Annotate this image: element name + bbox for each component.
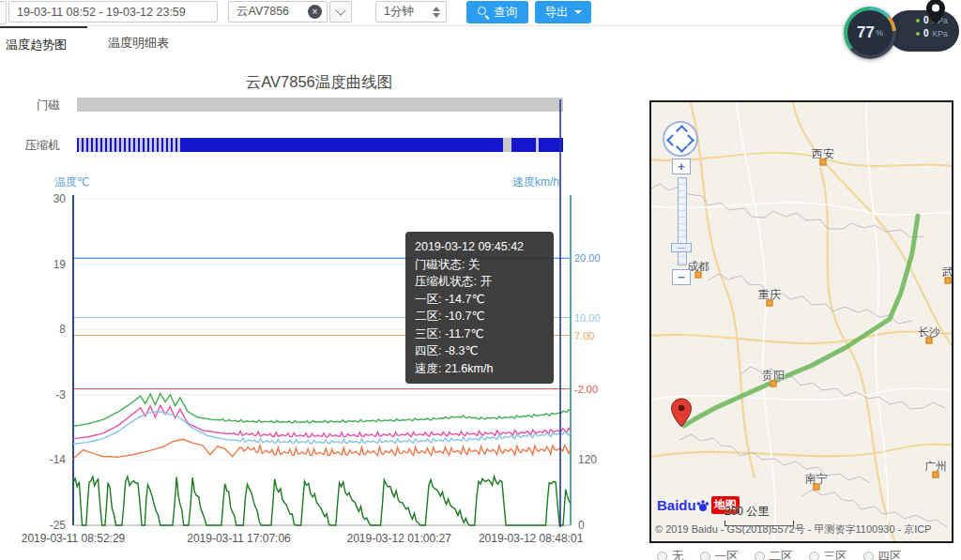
city-dot-icon bbox=[926, 338, 933, 344]
right-axis-title: 速度km/h bbox=[512, 174, 559, 190]
cold-chain-monitor-page: 19-03-11 08:52 - 19-03-12 23:59 云AV7856 … bbox=[0, 0, 961, 560]
baidu-map[interactable]: 西安成都重庆贵阳长沙南宁广州武 + — − Baidu 地图 200 公里 © … bbox=[649, 100, 953, 543]
city-dot-icon bbox=[820, 159, 827, 166]
tab-temperature-table[interactable]: 温度明细表 bbox=[87, 26, 190, 56]
tab-temperature-trend[interactable]: 温度趋势图 bbox=[0, 26, 87, 56]
chart-tooltip: 2019-03-12 09:45:42 门磁状态: 关压缩机状态: 开一区: -… bbox=[405, 232, 554, 384]
map-city-label: 武 bbox=[942, 265, 953, 280]
svg-text:120: 120 bbox=[578, 453, 597, 466]
series-一区 bbox=[73, 394, 571, 427]
vehicle-select[interactable]: 云AV7856 × bbox=[228, 1, 328, 23]
caret-down-icon bbox=[574, 10, 582, 14]
door-bar-label: 门磁 bbox=[0, 98, 60, 114]
left-axis-title: 温度℃ bbox=[54, 174, 89, 190]
date-range-input[interactable]: 19-03-11 08:52 - 19-03-12 23:59 bbox=[8, 1, 218, 23]
baidu-paw-icon bbox=[696, 499, 709, 512]
map-city-label: 广州 bbox=[924, 459, 947, 475]
zone-filter-legend: 无一区二区三区四区 bbox=[657, 549, 902, 560]
tooltip-row: 压缩机状态: 开 bbox=[415, 273, 544, 291]
tooltip-row: 门磁状态: 关 bbox=[415, 256, 544, 274]
svg-text:10.00: 10.00 bbox=[574, 312, 601, 324]
svg-text:-3: -3 bbox=[55, 388, 66, 401]
chart-cursor-line bbox=[559, 99, 561, 527]
radio-icon[interactable] bbox=[863, 552, 874, 560]
zone-filter-option[interactable]: 四区 bbox=[863, 549, 902, 560]
zone-filter-option[interactable]: 二区 bbox=[755, 549, 793, 560]
svg-text:7.00: 7.00 bbox=[574, 330, 594, 341]
map-attribution: © 2019 Baidu - GS(2018)5572号 - 甲测资字11009… bbox=[655, 522, 932, 537]
city-dot-icon bbox=[814, 484, 820, 491]
svg-text:-14: -14 bbox=[50, 453, 67, 466]
bar-segment-on bbox=[511, 138, 536, 152]
tooltip-row: 二区: -10.7℃ bbox=[415, 308, 544, 325]
query-button[interactable]: 查询 bbox=[466, 1, 528, 23]
svg-text:2019-03-12 08:48:01: 2019-03-12 08:48:01 bbox=[479, 532, 584, 545]
export-button[interactable]: 导出 bbox=[535, 1, 591, 23]
tooltip-row: 三区: -11.7℃ bbox=[415, 325, 544, 343]
series-三区 bbox=[73, 412, 571, 445]
svg-text:0: 0 bbox=[578, 519, 585, 532]
chart-title: 云AV7856温度曲线图 bbox=[113, 72, 526, 93]
city-dot-icon bbox=[933, 472, 939, 478]
bar-segment-off bbox=[77, 98, 563, 112]
svg-text:-2.00: -2.00 bbox=[574, 384, 598, 395]
radio-icon[interactable] bbox=[657, 552, 667, 560]
tooltip-row: 四区: -8.3℃ bbox=[415, 342, 544, 360]
vehicle-marker-pin[interactable] bbox=[670, 398, 693, 431]
map-zoom-in-button[interactable]: + bbox=[672, 159, 691, 174]
toolbar-clipped-control[interactable] bbox=[0, 1, 7, 24]
zone-filter-option[interactable]: 三区 bbox=[809, 549, 847, 560]
map-canvas bbox=[651, 102, 952, 541]
svg-text:20.00: 20.00 bbox=[574, 252, 601, 264]
svg-text:30: 30 bbox=[53, 192, 67, 205]
svg-text:8: 8 bbox=[59, 323, 66, 336]
toolbar: 19-03-11 08:52 - 19-03-12 23:59 云AV7856 … bbox=[0, 0, 961, 26]
bar-segment-on bbox=[181, 138, 503, 152]
bar-segment-off bbox=[503, 138, 511, 152]
status-dot-icon bbox=[916, 32, 920, 36]
map-pan-control[interactable] bbox=[663, 121, 698, 157]
vehicle-route bbox=[684, 216, 918, 426]
city-dot-icon bbox=[945, 278, 952, 284]
city-dot-icon bbox=[767, 300, 773, 307]
city-dot-icon bbox=[695, 272, 702, 279]
interval-value: 1分钟 bbox=[384, 4, 414, 20]
map-city-label: 南宁 bbox=[805, 471, 828, 487]
location-pin-icon[interactable] bbox=[923, 0, 948, 30]
map-city-label: 重庆 bbox=[758, 287, 781, 303]
gauge-value: 77 bbox=[857, 23, 875, 42]
map-city-label: 贵阳 bbox=[762, 368, 785, 384]
compressor-status-bar bbox=[77, 138, 563, 152]
radio-icon[interactable] bbox=[700, 552, 710, 560]
svg-text:19: 19 bbox=[53, 258, 67, 271]
series-速度 bbox=[73, 477, 571, 525]
city-dot-icon bbox=[770, 381, 777, 387]
clear-vehicle-icon[interactable]: × bbox=[308, 5, 322, 19]
tooltip-row: 速度: 21.6km/h bbox=[415, 360, 544, 378]
vehicle-value: 云AV7856 bbox=[236, 4, 289, 20]
map-city-label: 长沙 bbox=[918, 325, 940, 341]
zone-filter-option[interactable]: 一区 bbox=[700, 549, 739, 560]
radio-icon[interactable] bbox=[755, 552, 765, 560]
vehicle-dropdown-button[interactable] bbox=[329, 1, 352, 23]
svg-text:-25: -25 bbox=[50, 519, 67, 532]
percent-gauge: 77 % bbox=[844, 7, 896, 59]
compressor-bar-label: 压缩机 bbox=[0, 138, 60, 154]
map-zoom-handle[interactable]: — bbox=[671, 243, 692, 252]
door-status-bar bbox=[77, 98, 563, 112]
series-四区 bbox=[73, 439, 571, 459]
svg-text:2019-03-11 17:07:06: 2019-03-11 17:07:06 bbox=[187, 532, 291, 545]
series-二区 bbox=[73, 405, 571, 438]
interval-stepper[interactable]: 1分钟 bbox=[375, 1, 447, 23]
zone-filter-option[interactable]: 无 bbox=[657, 549, 684, 560]
date-range-value: 19-03-11 08:52 - 19-03-12 23:59 bbox=[17, 6, 186, 19]
chevron-down-icon bbox=[335, 5, 345, 15]
radio-icon[interactable] bbox=[809, 552, 819, 560]
map-zoom-out-button[interactable]: − bbox=[672, 269, 691, 285]
search-icon bbox=[478, 7, 489, 18]
bar-segment-striped bbox=[77, 138, 181, 152]
stepper-icon[interactable] bbox=[433, 7, 440, 18]
tooltip-time: 2019-03-12 09:45:42 bbox=[415, 238, 544, 256]
svg-text:2019-03-12 01:00:27: 2019-03-12 01:00:27 bbox=[346, 532, 451, 545]
svg-text:2019-03-11 08:52:29: 2019-03-11 08:52:29 bbox=[22, 532, 126, 545]
